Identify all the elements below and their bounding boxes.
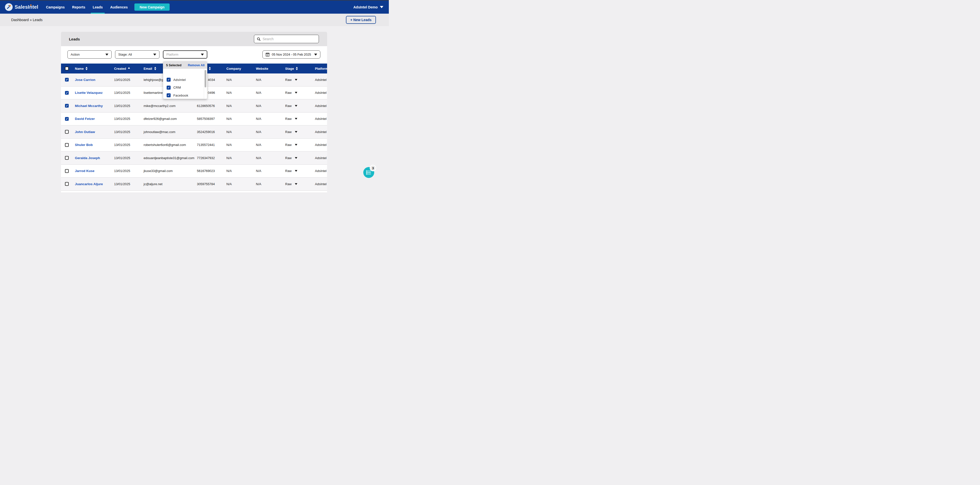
phone-cell: 3524259016 — [197, 126, 215, 138]
remove-all-link[interactable]: Remove All — [188, 64, 205, 67]
lead-name-link[interactable]: Michael Mccarthy — [75, 99, 103, 112]
lead-name-link[interactable]: John Outlaw — [75, 126, 95, 138]
created-cell: 13/01/2025 — [114, 152, 130, 164]
page-title: Leads — [69, 37, 80, 41]
lead-name-link[interactable]: Jarrod Kuse — [75, 165, 94, 177]
company-cell: N/A — [226, 152, 232, 164]
stage-select[interactable]: Raw — [285, 99, 298, 112]
chevron-down-icon — [380, 6, 383, 8]
action-dropdown[interactable]: Action — [67, 50, 111, 59]
column-header-created[interactable]: Created — [114, 64, 130, 73]
lead-name-link[interactable]: Shuler Bob — [75, 139, 93, 152]
platform-filter-dropdown[interactable]: Platform — [163, 50, 207, 59]
created-cell: 13/01/2025 — [114, 113, 130, 125]
date-range-value: 05 Nov 2024 - 05 Feb 2025 — [272, 53, 312, 56]
new-campaign-button[interactable]: New Campaign — [134, 3, 170, 11]
stage-select[interactable]: Raw — [285, 87, 298, 99]
website-cell: N/A — [256, 165, 261, 177]
sort-icon[interactable] — [296, 67, 298, 70]
email-cell: mike@mccarthy2.com — [143, 99, 175, 112]
row-checkbox[interactable] — [65, 156, 69, 160]
row-checkbox[interactable]: ✓ — [65, 91, 69, 94]
stage-select[interactable]: Raw — [285, 126, 298, 138]
created-cell: 13/01/2025 — [114, 126, 130, 138]
email-cell: jc@aljure.net — [143, 178, 162, 190]
salesintel-logo-icon[interactable] — [5, 3, 13, 11]
search-input[interactable] — [262, 37, 316, 41]
platform-cell: AdsIntel — [315, 87, 327, 99]
email-cell: edouardjeanbaptiste31@gmail.com — [143, 152, 194, 164]
checkbox-checked-icon[interactable]: ✓ — [167, 86, 170, 89]
phone-cell: 6128650576 — [197, 99, 215, 112]
column-header-website[interactable]: Website — [256, 64, 268, 73]
sort-asc-icon[interactable] — [128, 67, 130, 70]
column-header-stage[interactable]: Stage — [285, 64, 298, 73]
stage-filter-dropdown[interactable]: Stage: All — [115, 50, 159, 59]
nav-item-reports[interactable]: Reports — [68, 0, 89, 14]
company-cell: N/A — [226, 165, 232, 177]
row-checkbox[interactable] — [65, 169, 69, 173]
scrollbar-track[interactable] — [204, 69, 207, 99]
platform-cell: AdsIntel — [315, 73, 327, 86]
stage-select[interactable]: Raw — [285, 113, 298, 125]
select-all-checkbox[interactable] — [65, 67, 69, 70]
phone-cell: 4034 — [208, 73, 215, 86]
row-checkbox[interactable]: ✓ — [65, 78, 69, 82]
lead-name-link[interactable]: Jose Carrion — [75, 73, 95, 86]
nav-item-campaigns[interactable]: Campaigns — [42, 0, 68, 14]
top-navbar: SalesIntel Campaigns Reports Leads Audie… — [0, 0, 389, 14]
chevron-down-icon — [295, 131, 298, 133]
sort-icon[interactable] — [86, 67, 88, 70]
row-checkbox[interactable] — [65, 130, 69, 134]
sort-icon[interactable] — [154, 67, 156, 70]
stage-select[interactable]: Raw — [285, 165, 298, 177]
scrollbar-thumb[interactable] — [205, 70, 206, 88]
nav-item-leads[interactable]: Leads — [89, 0, 107, 14]
lead-name-link[interactable]: Juancarlos Aljure — [75, 178, 103, 190]
stage-select[interactable]: Raw — [285, 73, 298, 86]
company-cell: N/A — [226, 113, 232, 125]
checkbox-checked-icon[interactable]: ✓ — [167, 78, 170, 82]
company-cell: N/A — [226, 73, 232, 86]
lead-name-link[interactable]: Geralda Joseph — [75, 152, 100, 164]
row-checkbox[interactable] — [65, 143, 69, 147]
row-checkbox[interactable]: ✓ — [65, 104, 69, 108]
lead-name-link[interactable]: David Fetzer — [75, 113, 95, 125]
platform-cell: AdsIntel — [315, 178, 327, 190]
website-cell: N/A — [256, 113, 261, 125]
search-box[interactable] — [254, 35, 319, 43]
phone-cell: 5616769023 — [197, 165, 215, 177]
lead-name-link[interactable]: Lisette Velazquez — [75, 87, 103, 99]
table-row: Juancarlos Aljure 13/01/2025 jc@aljure.n… — [61, 178, 327, 191]
row-checkbox[interactable]: ✓ — [65, 117, 69, 121]
platform-option[interactable]: ✓ Facebook — [167, 93, 188, 97]
stage-select[interactable]: Raw — [285, 152, 298, 164]
new-leads-button[interactable]: + New Leads — [346, 16, 376, 24]
platform-option[interactable]: ✓ AdsIntel — [167, 77, 186, 82]
column-header-email[interactable]: Email — [143, 64, 156, 73]
platform-cell: AdsIntel — [315, 99, 327, 112]
date-range-picker[interactable]: 05 Nov 2024 - 05 Feb 2025 — [262, 50, 320, 59]
email-cell: robertshuler6on6@gmail.com — [143, 139, 186, 152]
column-header-platform[interactable]: Platform — [315, 64, 327, 73]
chevron-down-icon — [295, 79, 298, 81]
platform-cell: AdsIntel — [315, 113, 327, 125]
column-header-name[interactable]: Name — [75, 64, 88, 73]
stage-select[interactable]: Raw — [285, 139, 298, 152]
nav-item-audiences[interactable]: Audiences — [107, 0, 131, 14]
website-cell: N/A — [256, 126, 261, 138]
stage-select[interactable]: Raw — [285, 178, 298, 190]
platform-option-list: ✓ AdsIntel ✓ CRM ✓ Facebook ✓ LinkedIn — [163, 69, 207, 99]
checkbox-checked-icon[interactable]: ✓ — [167, 93, 170, 97]
table-row: ✓ David Fetzer 13/01/2025 dfetzer926@gma… — [61, 113, 327, 126]
company-cell: N/A — [226, 99, 232, 112]
row-checkbox[interactable] — [65, 182, 69, 186]
chevron-down-icon — [153, 54, 156, 56]
column-header-company[interactable]: Company — [226, 64, 241, 73]
breadcrumb[interactable]: Dashboard » Leads — [11, 18, 43, 22]
platform-cell: AdsIntel — [315, 126, 327, 138]
table-row: ✓ Michael Mccarthy 13/01/2025 mike@mccar… — [61, 99, 327, 113]
platform-option[interactable]: ✓ CRM — [167, 85, 181, 90]
sort-icon[interactable] — [209, 67, 211, 70]
account-menu[interactable]: AdsIntel Demo — [353, 5, 383, 9]
